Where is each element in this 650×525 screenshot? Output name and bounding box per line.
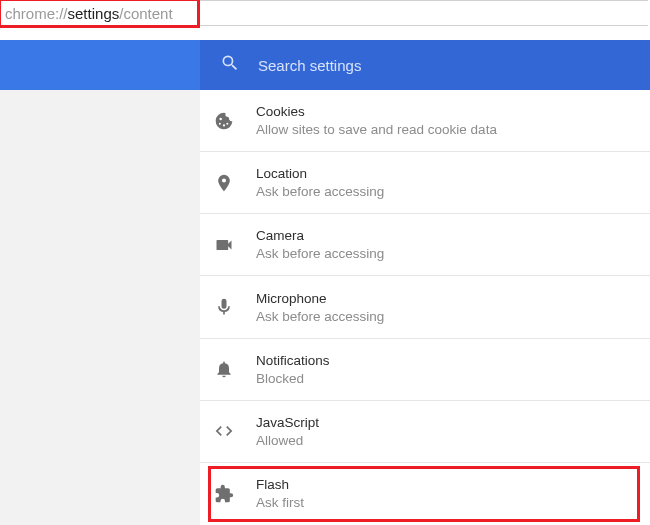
sidebar [0, 90, 200, 525]
row-title: Notifications [256, 353, 330, 368]
body: Cookies Allow sites to save and read coo… [0, 90, 650, 525]
search-settings[interactable] [200, 40, 650, 90]
row-subtitle: Allow sites to save and read cookie data [256, 122, 497, 137]
row-javascript[interactable]: JavaScript Allowed [200, 401, 650, 463]
row-subtitle: Ask before accessing [256, 184, 384, 199]
search-icon [220, 53, 240, 77]
address-bar[interactable]: chrome://settings/content [0, 0, 648, 26]
bell-icon [214, 359, 256, 379]
row-subtitle: Allowed [256, 433, 319, 448]
row-subtitle: Ask before accessing [256, 309, 384, 324]
row-subtitle: Ask before accessing [256, 246, 384, 261]
row-title: JavaScript [256, 415, 319, 430]
row-title: Flash [256, 477, 304, 492]
row-title: Camera [256, 228, 384, 243]
location-icon [214, 173, 256, 193]
row-flash[interactable]: Flash Ask first [200, 463, 650, 525]
microphone-icon [214, 297, 256, 317]
url-scheme: chrome:// [5, 5, 68, 22]
row-cookies[interactable]: Cookies Allow sites to save and read coo… [200, 90, 650, 152]
header-left-accent [0, 40, 200, 90]
code-icon [214, 421, 256, 441]
row-title: Microphone [256, 291, 384, 306]
row-notifications[interactable]: Notifications Blocked [200, 339, 650, 401]
extension-icon [214, 484, 256, 504]
url-path: /content [119, 5, 172, 22]
search-input[interactable] [258, 57, 558, 74]
row-title: Cookies [256, 104, 497, 119]
row-subtitle: Ask first [256, 495, 304, 510]
spacer [0, 26, 650, 40]
row-title: Location [256, 166, 384, 181]
row-subtitle: Blocked [256, 371, 330, 386]
url-host: settings [68, 5, 120, 22]
row-camera[interactable]: Camera Ask before accessing [200, 214, 650, 276]
camera-icon [214, 235, 256, 255]
settings-header [0, 40, 650, 90]
cookie-icon [214, 111, 256, 131]
row-location[interactable]: Location Ask before accessing [200, 152, 650, 214]
row-microphone[interactable]: Microphone Ask before accessing [200, 276, 650, 338]
content-settings-list: Cookies Allow sites to save and read coo… [200, 90, 650, 525]
